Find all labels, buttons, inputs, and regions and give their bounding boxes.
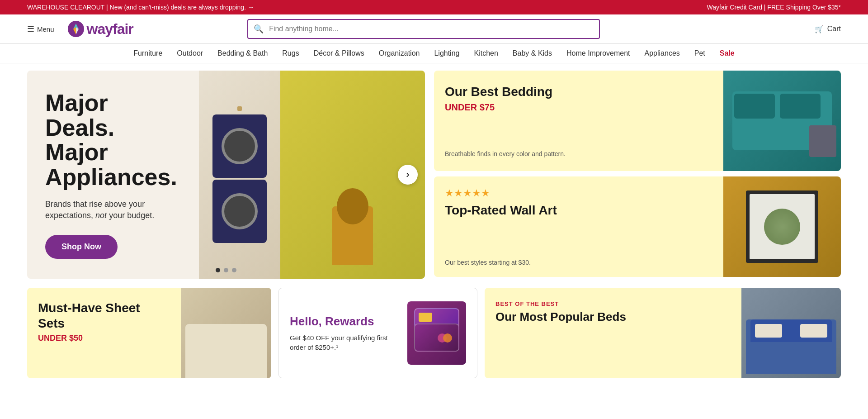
nav-home-improvement[interactable]: Home Improvement bbox=[566, 49, 630, 57]
best-beds-text-area: BEST OF THE BEST Our Most Popular Beds bbox=[485, 288, 741, 378]
wayfair-logo-icon bbox=[68, 21, 84, 37]
main-content: Major Deals. Major Appliances. Brands th… bbox=[0, 71, 868, 279]
banner-arrow: → bbox=[248, 4, 254, 11]
cart-button[interactable]: 🛒 Cart bbox=[815, 25, 841, 33]
washer-bottom-unit bbox=[212, 180, 267, 243]
best-beds-title: Our Most Popular Beds bbox=[495, 310, 731, 324]
banner-right-text: Wayfair Credit Card | FREE Shipping Over… bbox=[707, 4, 841, 11]
logo-link[interactable]: wayfair bbox=[68, 21, 133, 38]
wall-art-text-area: ★★★★★ Top-Rated Wall Art Our best styles… bbox=[434, 176, 723, 277]
bedding-panel-price: UNDER $75 bbox=[445, 102, 712, 113]
search-icon: 🔍 bbox=[254, 24, 264, 34]
nav-rugs[interactable]: Rugs bbox=[282, 49, 299, 57]
bedding-panel-image bbox=[723, 71, 841, 171]
best-beds-image bbox=[741, 288, 841, 378]
menu-button[interactable]: ☰ Menu bbox=[27, 24, 54, 34]
rewards-description: Get $40 OFF your qualifying first order … bbox=[290, 333, 398, 352]
nav-baby-kids[interactable]: Baby & Kids bbox=[513, 49, 552, 57]
best-beds-card[interactable]: BEST OF THE BEST Our Most Popular Beds bbox=[485, 288, 841, 378]
sheet-sets-image bbox=[181, 288, 271, 378]
carousel-dots bbox=[216, 268, 236, 272]
wall-art-description: Our best styles starting at $30. bbox=[445, 259, 712, 266]
carousel-dot-3[interactable] bbox=[232, 268, 236, 272]
washer-dryer-visual bbox=[212, 106, 267, 243]
logo-text: wayfair bbox=[87, 21, 133, 38]
nav-appliances[interactable]: Appliances bbox=[645, 49, 680, 57]
bottom-section: Must-Have Sheet Sets UNDER $50 Hello, Re… bbox=[0, 279, 868, 378]
carousel-next-button[interactable]: › bbox=[398, 165, 418, 185]
kitchen-chair-visual bbox=[332, 206, 373, 265]
right-panels: Our Best Bedding UNDER $75 Breathable fi… bbox=[434, 71, 841, 279]
bedding-panel-description: Breathable finds in every color and patt… bbox=[445, 150, 712, 157]
rewards-text-area: Hello, Rewards Get $40 OFF your qualifyi… bbox=[290, 314, 398, 352]
banner-left-text[interactable]: WAREHOUSE CLEAROUT | New (and can't-miss… bbox=[27, 4, 254, 11]
nav-lighting[interactable]: Lighting bbox=[434, 49, 459, 57]
hero-appliance-image bbox=[199, 71, 280, 279]
rewards-card[interactable]: Hello, Rewards Get $40 OFF your qualifyi… bbox=[278, 288, 477, 378]
art-frame-visual bbox=[746, 190, 818, 263]
bedding-text-area: Our Best Bedding UNDER $75 Breathable fi… bbox=[434, 71, 723, 171]
menu-label: Menu bbox=[37, 25, 54, 33]
nav-outdoor[interactable]: Outdoor bbox=[177, 49, 203, 57]
nav-decor[interactable]: Décor & Pillows bbox=[314, 49, 364, 57]
hero-title: Major Deals. Major Appliances. bbox=[45, 90, 181, 189]
wall-art-panel[interactable]: ★★★★★ Top-Rated Wall Art Our best styles… bbox=[434, 176, 841, 277]
main-nav: Furniture Outdoor Bedding & Bath Rugs Dé… bbox=[0, 44, 868, 63]
hamburger-icon: ☰ bbox=[27, 24, 34, 34]
top-banner: WAREHOUSE CLEAROUT | New (and can't-miss… bbox=[0, 0, 868, 14]
hero-subtitle: Brands that rise above your expectations… bbox=[45, 199, 181, 221]
nav-pet[interactable]: Pet bbox=[694, 49, 705, 57]
wall-art-title: Top-Rated Wall Art bbox=[445, 203, 712, 218]
chevron-right-icon: › bbox=[406, 169, 409, 181]
search-input[interactable] bbox=[247, 19, 600, 39]
cart-icon: 🛒 bbox=[815, 25, 824, 33]
sheet-sets-text-area: Must-Have Sheet Sets UNDER $50 bbox=[27, 288, 181, 378]
nav-sale[interactable]: Sale bbox=[720, 49, 735, 57]
nav-organization[interactable]: Organization bbox=[379, 49, 420, 57]
washer-drum bbox=[222, 128, 258, 164]
carousel-dot-1[interactable] bbox=[216, 268, 220, 272]
bedding-panel-title: Our Best Bedding bbox=[445, 84, 712, 100]
dryer-drum bbox=[222, 193, 258, 229]
wall-art-stars: ★★★★★ bbox=[445, 187, 712, 199]
washer-top-unit bbox=[212, 114, 267, 178]
art-inner-visual bbox=[750, 194, 815, 259]
wall-art-image bbox=[723, 176, 841, 277]
hero-carousel: Major Deals. Major Appliances. Brands th… bbox=[27, 71, 425, 279]
sheet-sets-title: Must-Have Sheet Sets bbox=[38, 300, 170, 331]
rewards-card-image: wayfair bbox=[407, 301, 466, 365]
leaf-art-visual bbox=[764, 209, 800, 245]
search-bar: 🔍 bbox=[247, 19, 600, 39]
cart-label: Cart bbox=[827, 25, 841, 33]
bedding-panel[interactable]: Our Best Bedding UNDER $75 Breathable fi… bbox=[434, 71, 841, 171]
hero-images bbox=[199, 71, 425, 279]
nav-bedding-bath[interactable]: Bedding & Bath bbox=[217, 49, 268, 57]
header: ☰ Menu wayfair 🔍 🛒 Cart bbox=[0, 14, 868, 44]
carousel-dot-2[interactable] bbox=[224, 268, 228, 272]
best-of-best-badge: BEST OF THE BEST bbox=[495, 300, 731, 307]
hero-shop-now-button[interactable]: Shop Now bbox=[45, 235, 118, 259]
sheet-sets-card[interactable]: Must-Have Sheet Sets UNDER $50 bbox=[27, 288, 271, 378]
rewards-title: Hello, Rewards bbox=[290, 314, 398, 329]
nav-furniture[interactable]: Furniture bbox=[133, 49, 162, 57]
hero-text-area: Major Deals. Major Appliances. Brands th… bbox=[27, 71, 199, 279]
sheet-sets-price: UNDER $50 bbox=[38, 333, 170, 343]
nav-kitchen[interactable]: Kitchen bbox=[474, 49, 498, 57]
